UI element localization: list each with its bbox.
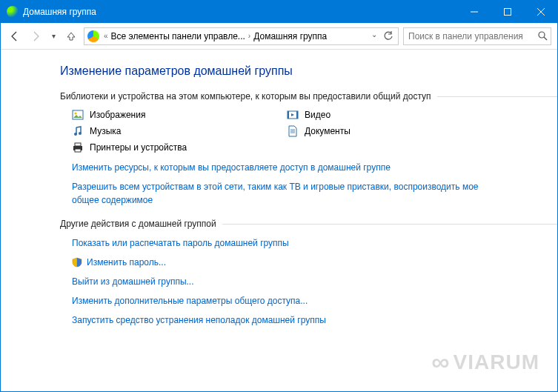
divider [437, 96, 557, 97]
lib-music-label: Музыка [90, 126, 121, 136]
link-change-password[interactable]: Изменить пароль... [72, 256, 487, 269]
up-button[interactable] [63, 28, 79, 44]
minimize-button[interactable] [457, 1, 491, 23]
maximize-button[interactable] [491, 1, 524, 23]
lib-documents[interactable]: Документы [287, 125, 472, 137]
lib-images-label: Изображения [90, 110, 145, 120]
window-title: Домашняя группа [23, 7, 457, 17]
search-box[interactable] [403, 27, 551, 45]
link-allow-devices[interactable]: Разрешить всем устройствам в этой сети, … [72, 180, 487, 207]
svg-rect-10 [75, 143, 81, 146]
lib-printers[interactable]: Принтеры и устройства [72, 142, 287, 153]
svg-point-3 [75, 113, 77, 115]
lib-printers-label: Принтеры и устройства [90, 142, 187, 153]
lib-documents-label: Документы [305, 126, 351, 136]
refresh-button[interactable] [382, 30, 395, 43]
chevron-left-icon: « [104, 32, 108, 40]
recent-dropdown[interactable]: ▾ [48, 28, 59, 44]
svg-rect-5 [288, 111, 289, 119]
printers-icon [72, 142, 84, 153]
svg-rect-11 [75, 149, 81, 152]
chevron-right-icon: › [248, 32, 250, 40]
link-advanced[interactable]: Изменить дополнительные параметры общего… [72, 294, 487, 308]
breadcrumb-current[interactable]: Домашняя группа [252, 31, 328, 41]
search-input[interactable] [408, 31, 546, 41]
link-show-password[interactable]: Показать или распечатать пароль домашней… [72, 236, 487, 250]
images-icon [72, 109, 84, 121]
video-icon [287, 109, 299, 121]
documents-icon [287, 125, 299, 137]
back-button[interactable] [7, 28, 23, 44]
group-other-actions-label: Другие действия с домашней группой [60, 219, 216, 229]
svg-rect-0 [504, 9, 511, 16]
svg-point-8 [79, 132, 82, 135]
search-icon[interactable] [537, 30, 548, 43]
svg-rect-6 [296, 111, 298, 119]
breadcrumb-root[interactable]: Все элементы панели управле... [110, 31, 247, 41]
group-libraries-label: Библиотеки и устройства на этом компьюте… [60, 91, 431, 102]
app-icon [7, 6, 19, 18]
watermark-text: VIARUM [454, 351, 539, 374]
svg-rect-2 [73, 110, 83, 119]
lib-images[interactable]: Изображения [72, 109, 287, 121]
link-leave[interactable]: Выйти из домашней группы... [72, 275, 487, 288]
control-panel-icon [87, 30, 99, 42]
watermark: ∞ VIARUM [431, 348, 539, 376]
divider [222, 224, 557, 225]
breadcrumb-dropdown[interactable]: ⌄ [371, 30, 377, 39]
shield-icon [72, 257, 82, 268]
music-icon [72, 125, 84, 137]
lib-video[interactable]: Видео [287, 109, 472, 121]
forward-button[interactable] [27, 28, 44, 44]
svg-point-1 [539, 32, 545, 38]
page-title: Изменение параметров домашней группы [60, 64, 557, 78]
link-change-share[interactable]: Изменить ресурсы, к которым вы предостав… [72, 161, 487, 174]
lib-video-label: Видео [305, 110, 331, 120]
infinity-icon: ∞ [431, 348, 450, 376]
breadcrumb[interactable]: « Все элементы панели управле... › Домаш… [84, 27, 399, 45]
close-button[interactable] [524, 1, 557, 23]
link-change-password-label: Изменить пароль... [87, 256, 166, 269]
lib-music[interactable]: Музыка [72, 125, 287, 137]
link-troubleshoot[interactable]: Запустить средство устранения неполадок … [72, 313, 487, 327]
